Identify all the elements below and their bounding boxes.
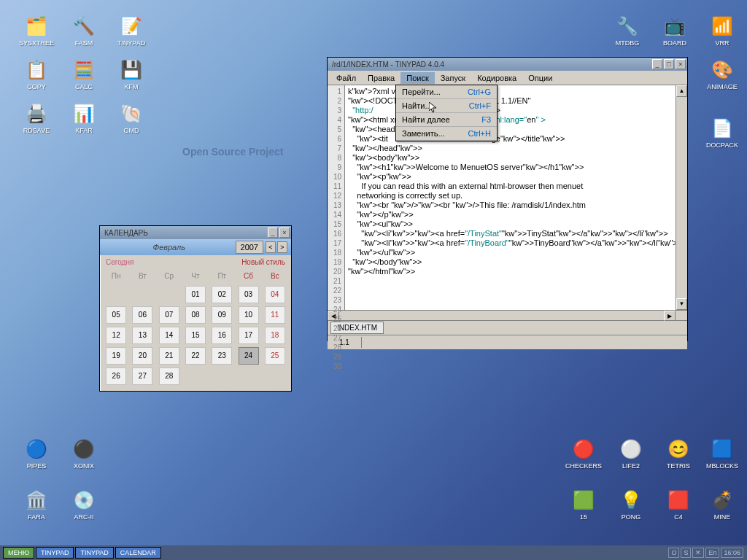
desktop-icon-animage[interactable]: 🎨ANIMAGE xyxy=(700,58,744,90)
calendar-day[interactable]: 26 xyxy=(106,368,126,385)
desktop-icon-kfm[interactable]: 💾KFM xyxy=(109,58,153,90)
calendar-day[interactable]: 05 xyxy=(106,306,126,324)
calendar-day[interactable]: 28 xyxy=(159,368,179,385)
desktop-icon-tetris[interactable]: 😊TETRIS xyxy=(657,438,700,470)
scroll-up-button[interactable]: ▲ xyxy=(676,85,687,97)
calendar-day[interactable]: 15 xyxy=(185,327,206,344)
desktop-icon-kfar[interactable]: 📊KFAR xyxy=(62,102,106,134)
desktop-icon-copy[interactable]: 📋COPY xyxy=(15,58,58,90)
calendar-day[interactable]: 16 xyxy=(212,327,232,344)
dropdown-item[interactable]: Найти...Ctrl+F xyxy=(396,99,497,113)
tinypad-titlebar[interactable]: /rd/1/INDEX.HTM - TINYPAD 4.0.4 _ □ × xyxy=(328,58,687,71)
maximize-button[interactable]: □ xyxy=(664,59,674,69)
calendar-day[interactable]: 06 xyxy=(132,306,152,324)
menu-поиск[interactable]: Поиск xyxy=(400,72,434,84)
calendar-day[interactable]: 20 xyxy=(132,347,152,365)
desktop-icon-rdsave[interactable]: 🖨️RDSAVE xyxy=(15,102,58,134)
calendar-empty xyxy=(212,368,232,385)
year-label[interactable]: 2007 xyxy=(236,241,263,254)
calendar-day[interactable]: 19 xyxy=(106,347,126,365)
calendar-day[interactable]: 17 xyxy=(239,327,259,344)
desktop-icon-life2[interactable]: ⚪LIFE2 xyxy=(609,438,653,470)
scroll-right-button[interactable]: ▶ xyxy=(664,311,676,321)
calendar-day[interactable]: 27 xyxy=(132,368,152,385)
taskbar-task-tinypad[interactable]: TINYPAD xyxy=(36,547,74,559)
taskbar-task-calendar[interactable]: CALENDAR xyxy=(115,547,161,559)
desktop-icon-xonix[interactable]: ⚫XONIX xyxy=(62,438,106,470)
desktop-icon-pipes[interactable]: 🔵PIPES xyxy=(15,438,58,470)
line-number: 30 xyxy=(328,362,341,371)
desktop-icon-fara[interactable]: 🏛️FARA xyxy=(15,489,58,521)
calendar-day[interactable]: 21 xyxy=(159,347,179,365)
tray-item[interactable]: S xyxy=(681,548,691,558)
tray-item[interactable]: O xyxy=(668,548,679,558)
calendar-day[interactable]: 12 xyxy=(106,327,126,344)
desktop-icon-sysxtree[interactable]: 🗂️SYSXTREE xyxy=(15,15,58,47)
calendar-day[interactable]: 18 xyxy=(265,327,285,344)
desktop-icon-mblocks[interactable]: 🟦MBLOCKS xyxy=(700,438,744,470)
menu-запуск[interactable]: Запуск xyxy=(435,72,471,84)
dropdown-item[interactable]: Перейти...Ctrl+G xyxy=(396,85,497,99)
desktop-icon-vrr[interactable]: 📶VRR xyxy=(700,15,744,47)
desktop-icon-checkers[interactable]: 🔴CHECKERS xyxy=(562,438,605,470)
start-menu-button[interactable]: МЕНЮ xyxy=(3,547,34,559)
calendar-day[interactable]: 11 xyxy=(265,306,285,324)
taskbar-task-tinypad[interactable]: TINYPAD xyxy=(75,547,113,559)
calendar-day[interactable]: 07 xyxy=(159,306,179,324)
calendar-day[interactable]: 01 xyxy=(185,286,206,303)
desktop-icon-mtdbg[interactable]: 🔧MTDBG xyxy=(605,15,649,47)
calendar-day[interactable]: 10 xyxy=(239,306,259,324)
menu-кодировка[interactable]: Кодировка xyxy=(471,72,522,84)
taskbar-clock[interactable]: 16:06 xyxy=(721,548,743,558)
dropdown-item[interactable]: Найти далееF3 xyxy=(396,113,497,127)
app-icon: 📊 xyxy=(72,102,96,125)
tray-item[interactable]: ✕ xyxy=(692,548,704,558)
tray-item[interactable]: En xyxy=(705,548,719,558)
close-button[interactable]: × xyxy=(676,59,686,69)
code-line: If you can read this with an external ht… xyxy=(348,182,673,191)
desktop-icon-arc-ii[interactable]: 💿ARC-II xyxy=(62,489,106,521)
desktop-icon-pong[interactable]: 💡PONG xyxy=(609,489,653,521)
style-label[interactable]: Новый стиль xyxy=(241,258,285,266)
line-number: 27 xyxy=(328,333,341,343)
calendar-day[interactable]: 13 xyxy=(132,327,152,344)
prev-button[interactable]: < xyxy=(266,241,276,253)
calendar-day[interactable]: 09 xyxy=(212,306,232,324)
calendar-day[interactable]: 14 xyxy=(159,327,179,344)
dropdown-item[interactable]: Заменить...Ctrl+H xyxy=(396,127,497,141)
desktop-icon-tinypad[interactable]: 📝TINYPAD xyxy=(109,15,153,47)
calendar-day[interactable]: 23 xyxy=(212,347,232,365)
calendar-day[interactable]: 25 xyxy=(265,347,285,365)
desktop-icon-board[interactable]: 📺BOARD xyxy=(653,15,697,47)
code-editor[interactable]: k"kw">?xml ver 8"?>"kw"><!DOCTYPE XHTML … xyxy=(345,85,676,310)
desktop-icon-calc[interactable]: 🧮CALC xyxy=(62,58,106,90)
minimize-button[interactable]: _ xyxy=(268,228,278,238)
calendar-day[interactable]: 04 xyxy=(265,286,285,303)
calendar-day[interactable]: 08 xyxy=(185,306,206,324)
calendar-day[interactable]: 22 xyxy=(185,347,206,365)
menu-опции[interactable]: Опции xyxy=(522,72,558,84)
calendar-day[interactable]: 24 xyxy=(239,347,259,365)
line-number: 13 xyxy=(328,201,341,210)
desktop-icon-gmd[interactable]: 🐚GMD xyxy=(109,102,153,134)
desktop-icon-15[interactable]: 🟩15 xyxy=(562,489,605,521)
icon-label: PONG xyxy=(609,513,653,521)
menubar: ФайлПравкаПоискЗапускКодировкаОпции xyxy=(328,71,687,85)
vertical-scrollbar[interactable]: ▲ ▼ xyxy=(676,85,687,310)
today-label[interactable]: Сегодня xyxy=(106,258,133,266)
close-button[interactable]: × xyxy=(279,228,290,238)
icon-label: KFAR xyxy=(62,127,106,134)
minimize-button[interactable]: _ xyxy=(652,59,662,69)
calendar-day[interactable]: 02 xyxy=(212,286,232,303)
desktop-icon-mine[interactable]: 💣MINE xyxy=(700,489,744,521)
calendar-day[interactable]: 03 xyxy=(239,286,259,303)
desktop-icon-fasm[interactable]: 🔨FASM xyxy=(62,15,106,47)
next-button[interactable]: > xyxy=(277,241,287,253)
menu-правка[interactable]: Правка xyxy=(362,72,400,84)
icon-label: ANIMAGE xyxy=(700,83,744,90)
desktop-icon-docpack[interactable]: 📄DOCPACK xyxy=(700,117,744,149)
scroll-down-button[interactable]: ▼ xyxy=(676,298,687,310)
desktop-icon-c4[interactable]: 🟥C4 xyxy=(657,489,700,521)
calendar-titlebar[interactable]: КАЛЕНДАРЬ _ × xyxy=(100,226,291,239)
menu-файл[interactable]: Файл xyxy=(330,72,362,84)
